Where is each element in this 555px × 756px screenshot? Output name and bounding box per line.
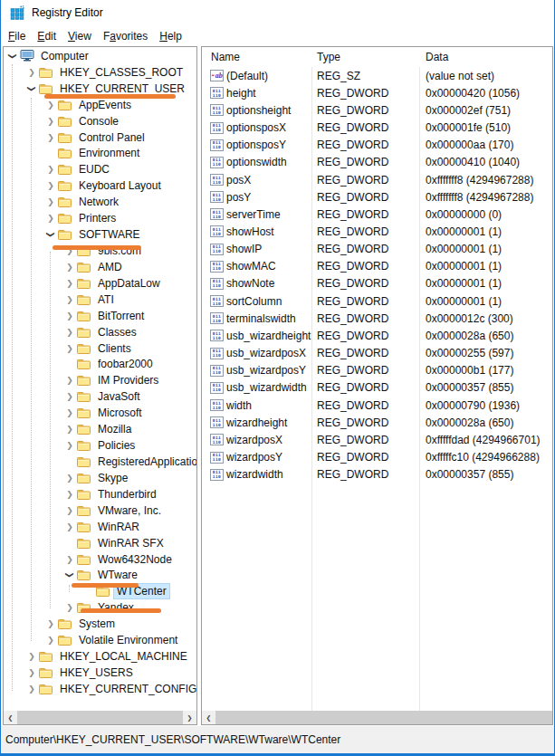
tree-node[interactable]: ❯ WTware [4,568,196,584]
scroll-left-icon[interactable]: ❮ [4,711,17,724]
value-row[interactable]: 011110 posY REG_DWORD 0xfffffff8 (429496… [202,188,552,206]
tree-expand-chevron-icon[interactable]: ❯ [65,569,74,580]
tree-expand-chevron-icon[interactable]: ❯ [64,392,75,401]
menu-item[interactable]: File [3,27,31,45]
tree-node[interactable]: ❯ HKEY_CLASSES_ROOT [4,64,196,81]
tree-node[interactable]: ❯ Control Panel [4,129,196,146]
menu-item[interactable]: Help [154,27,187,45]
tree-expand-chevron-icon[interactable]: ❯ [45,214,56,223]
tree-expand-chevron-icon[interactable]: ❯ [64,522,75,531]
tree-expand-chevron-icon[interactable]: ❯ [27,83,36,94]
scroll-right-icon[interactable]: ❯ [183,711,196,724]
value-row[interactable]: 011110 terminalswidth REG_DWORD 0x000001… [202,310,552,327]
menu-item[interactable]: Favorites [98,27,153,45]
value-row[interactable]: 011110 optionsposX REG_DWORD 0x000001fe … [202,119,552,136]
menu-item[interactable]: Edit [32,27,62,45]
tree-node[interactable]: ❯ HKEY_USERS [4,665,196,681]
tree-node[interactable]: ❯ RegisteredApplications [4,454,196,470]
tree-expand-chevron-icon[interactable]: ❯ [45,619,56,628]
tree-expand-chevron-icon[interactable]: ❯ [64,441,75,450]
value-row[interactable]: 011110 showMAC REG_DWORD 0x00000001 (1) [202,258,552,275]
tree-expand-chevron-icon[interactable]: ❯ [26,684,37,694]
tree-expand-chevron-icon[interactable]: ❯ [45,117,56,126]
tree-expand-chevron-icon[interactable]: ❯ [64,279,75,288]
tree-expand-chevron-icon[interactable]: ❯ [64,328,75,337]
value-row[interactable]: 011110 optionswidth REG_DWORD 0x00000410… [202,154,552,171]
tree-node[interactable]: ❯ VMware, Inc. [4,502,196,519]
right-pane-hscrollbar[interactable]: ❮ [202,711,552,724]
tree-node[interactable]: ❯ AMD [4,259,196,275]
tree-expand-chevron-icon[interactable]: ❯ [8,51,17,62]
tree-node[interactable]: ❯ System [4,616,196,632]
value-row[interactable]: 011110 optionsposY REG_DWORD 0x000000aa … [202,137,552,154]
value-row[interactable]: 011110 usb_wizardposX REG_DWORD 0x000002… [202,345,552,362]
value-row[interactable]: 011110 sortColumn REG_DWORD 0x00000001 (… [202,292,552,310]
tree-expand-chevron-icon[interactable]: ❯ [45,636,56,645]
tree-node[interactable]: ❯ Network [4,194,196,210]
tree-expand-chevron-icon[interactable]: ❯ [45,165,56,174]
tree-expand-chevron-icon[interactable]: ❯ [46,229,55,240]
scroll-left-icon[interactable]: ❮ [202,711,215,724]
left-pane-hscrollbar[interactable]: ❮ ❯ [4,711,196,724]
tree-node[interactable]: ❯ Mozilla [4,421,196,437]
tree-expand-chevron-icon[interactable]: ❯ [64,311,75,321]
tree-expand-chevron-icon[interactable]: ❯ [64,603,75,612]
value-row[interactable]: 011110 showHost REG_DWORD 0x00000001 (1) [202,223,552,240]
tree-expand-chevron-icon[interactable]: ❯ [26,68,37,77]
tree-expand-chevron-icon[interactable]: ❯ [64,295,75,304]
tree-node[interactable]: ❯ AppEvents [4,97,196,113]
value-row[interactable]: 011110 posX REG_DWORD 0xfffffff8 (429496… [202,171,552,188]
menu-item[interactable]: View [62,27,97,45]
tree-expand-chevron-icon[interactable]: ❯ [64,376,75,385]
tree-expand-chevron-icon[interactable]: ❯ [45,100,56,110]
tree-node[interactable]: ❯ Policies [4,437,196,454]
tree-node[interactable]: ❯ JavaSoft [4,388,196,405]
tree-node[interactable]: ❯ HKEY_LOCAL_MACHINE [4,648,196,665]
value-row[interactable]: 011110 usb_wizardposY REG_DWORD 0x000000… [202,362,552,379]
tree-node[interactable]: ❯ Clients [4,340,196,357]
value-row[interactable]: 011110 usb_wizardwidth REG_DWORD 0x00000… [202,379,552,397]
tree-expand-chevron-icon[interactable]: ❯ [64,490,75,499]
tree-node[interactable]: ❯ BitTorrent [4,308,196,324]
tree-expand-chevron-icon[interactable]: ❯ [45,133,56,142]
tree-node[interactable]: ❯ Keyboard Layout [4,177,196,194]
tree-node[interactable]: ❯ Printers [4,210,196,226]
value-row[interactable]: 011110 height REG_DWORD 0x00000420 (1056… [202,84,552,101]
right-pane-hscroll-thumb[interactable] [215,711,552,724]
value-row[interactable]: 011110 wizardposY REG_DWORD 0xfffffc10 (… [202,448,552,465]
tree-node[interactable]: ❯ HKEY_CURRENT_CONFIG [4,681,196,697]
value-row[interactable]: 011110 wizardposX REG_DWORD 0xfffffdad (… [202,431,552,448]
left-pane-hscroll-thumb[interactable] [17,711,183,724]
value-row[interactable]: 011110 serverTime REG_DWORD 0x00000000 (… [202,206,552,223]
value-row[interactable]: 011110 optionsheight REG_DWORD 0x000002e… [202,101,552,119]
value-row[interactable]: “ab (Default) REG_SZ (value not set) [202,67,552,84]
tree-node[interactable]: ❯ Environment [4,146,196,162]
tree-node[interactable]: ❯ Wow6432Node [4,551,196,568]
tree-expand-chevron-icon[interactable]: ❯ [64,408,75,417]
tree-node[interactable]: ❯ Microsoft [4,405,196,421]
tree-expand-chevron-icon[interactable]: ❯ [64,344,75,353]
tree-expand-chevron-icon[interactable]: ❯ [45,197,56,206]
tree-expand-chevron-icon[interactable]: ❯ [64,474,75,483]
tree-node[interactable]: ❯ EUDC [4,161,196,177]
tree-node[interactable]: ❯ Thunderbird [4,486,196,502]
tree-node[interactable]: ❯ Console [4,113,196,129]
tree-node[interactable]: ❯ ATI [4,292,196,308]
column-header-data[interactable]: Data [419,51,552,63]
tree-expand-chevron-icon[interactable]: ❯ [64,555,75,564]
tree-expand-chevron-icon[interactable]: ❯ [26,668,37,677]
value-row[interactable]: 011110 width REG_DWORD 0x00000790 (1936) [202,397,552,414]
tree-expand-chevron-icon[interactable]: ❯ [26,652,37,661]
value-row[interactable]: 011110 showNote REG_DWORD 0x00000001 (1) [202,275,552,292]
column-header-type[interactable]: Type [311,51,419,63]
tree-node[interactable]: ❯ WinRAR [4,519,196,535]
column-header-name[interactable]: Name [202,51,311,63]
tree-node[interactable]: ❯ Volatile Environment [4,632,196,648]
tree-node[interactable]: ❯ foobar2000 [4,357,196,373]
tree-node[interactable]: ❯ IM Providers [4,372,196,388]
tree-expand-chevron-icon[interactable]: ❯ [64,506,75,515]
tree-node[interactable]: ❯ Skype [4,470,196,486]
tree-node[interactable]: ❯ AppDataLow [4,275,196,292]
tree-node[interactable]: ❯ Classes [4,324,196,340]
tree-expand-chevron-icon[interactable]: ❯ [45,181,56,190]
